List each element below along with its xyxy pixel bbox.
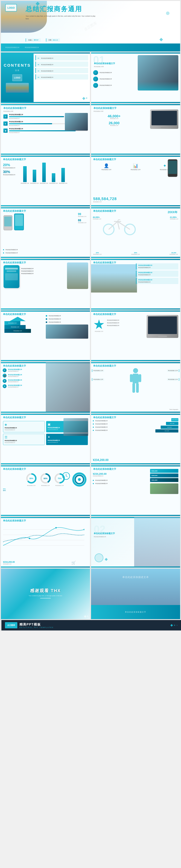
side-image xyxy=(63,418,88,436)
pyramid-shape: 单击此处输入文本 单击此处输入文本 单击此处输入文本 xyxy=(4,317,31,333)
section-02-sub: 单击此处添加描述文本 xyxy=(94,536,115,538)
icon-block-2: 📊 单击此处输入文本 xyxy=(122,163,149,170)
svg-rect-5 xyxy=(139,374,141,382)
sb-list: ¥421,000 ¥230,600 ¥221,800 xyxy=(150,469,178,482)
train-icon-3: ⚙ xyxy=(3,379,6,383)
big-number-block: 588,584,728 单击此处输入文本 xyxy=(93,196,117,203)
phone-screen xyxy=(168,161,177,174)
info-card-1: 单击此处添加标题文本 单击此处添加描述文本 xyxy=(136,264,178,270)
infographic-label: Total Infographic xyxy=(169,409,178,410)
slide-content: 单击此处添加标题文字 ¥234,200.00 ¥421,000 ¥230,600 xyxy=(91,414,180,464)
slide-cards-layout: 单击此处添加标题文字 ◈ 单击此处添加标题文本 单击此处添加描述文本 ▣ 单击此… xyxy=(1,413,90,464)
section-item-1: → 单击此处添加描述文本 xyxy=(93,70,136,75)
slide-top-bar xyxy=(1,104,90,105)
bg-bridge xyxy=(134,517,180,567)
laptop-screen xyxy=(151,111,177,125)
svg-point-2 xyxy=(133,368,138,373)
card-1: ◈ 单击此处添加标题文本 单击此处添加描述文本 xyxy=(3,421,45,432)
slide-bottom-bar xyxy=(91,154,180,155)
callout-r1: 单击此处输入文本 xyxy=(167,369,179,372)
human-silhouette xyxy=(128,368,143,396)
fl-dot-1 xyxy=(93,480,94,481)
bar-fill-3 xyxy=(42,163,46,182)
slide-content: 单击此处添加标题文字 单击此处添加标题文本 单击此处添加描述文本 单击此处添加标… xyxy=(91,259,180,309)
city-image xyxy=(46,362,90,413)
step-2: ¥421,000 xyxy=(166,422,178,425)
text-block: 单击此处添加描述文本 单击此处添加描述文本 单击此处添加描述文本 xyxy=(107,319,145,327)
slide-bottom-bar xyxy=(1,205,90,206)
section-right-image xyxy=(138,55,178,91)
deco-circ-1 xyxy=(86,97,87,99)
icon-1: → xyxy=(93,70,98,75)
progress-fill-1 xyxy=(9,116,64,117)
final-text: 单击此处添加标题文字 xyxy=(125,611,146,613)
fl-dot-2 xyxy=(93,483,94,484)
contents-item-4: 04 单击此处添加标题文本 xyxy=(35,74,88,80)
slide-bottom-bar xyxy=(91,102,180,103)
bike-svg xyxy=(102,214,137,236)
slide-bottom-bar xyxy=(1,308,90,309)
b-item-1: 单击此处添加描述文本 xyxy=(3,249,88,251)
contents-left-panel: CONTENTS 目录 LOGO xyxy=(1,53,34,103)
progress-fill-2 xyxy=(9,123,52,124)
ty-deco-2 xyxy=(87,616,88,617)
bar-1: 单击此处输入文本 xyxy=(21,166,29,184)
slide-bottom-bar xyxy=(91,566,180,567)
laptop-img xyxy=(147,315,178,338)
ty-main-text: 感谢观看 THX xyxy=(29,588,62,593)
train-icon-4: ◈ xyxy=(3,384,6,388)
slide-stats-numbers: 单击此处添加标题文字 单击此处输入内容 46,000+ 单击此处输入文本 41,… xyxy=(91,104,180,155)
pyr-item-3: 单击此处添加标题文本 xyxy=(46,321,88,323)
footer-deco-2 xyxy=(174,625,175,626)
deco-sq-1 xyxy=(82,97,85,100)
section-02-content: 02 单击此处添加标题文字 单击此处添加描述文本 xyxy=(94,524,115,538)
bullseye-container xyxy=(72,472,86,487)
footer-text-block: 精美PPT模板 BEAUTIFUL PPT TEMPLATES xyxy=(20,622,54,628)
section-item-3: → 单击此处添加描述文本 xyxy=(93,83,136,88)
ll-2: 单击此处添加标题文本 xyxy=(93,423,132,425)
bar-5: 单击此处输入文本 xyxy=(59,168,67,184)
info-list: ✈ 单击此处添加标题文本 单击此处添加描述文本 🚂 单击此处添加标题文本 单击此… xyxy=(3,368,45,390)
slide-contents: CONTENTS 目录 LOGO 01 单击此处添加标题文本 02 单击此处添加… xyxy=(1,52,90,103)
bar-fill-5 xyxy=(61,168,65,182)
deco-ring xyxy=(95,553,103,562)
icon-block-1: 👤 单击此处输入文本 xyxy=(93,163,120,170)
bar-4: 单击此处输入文本 xyxy=(49,173,58,184)
slide-donut-charts: 单击此处添加标题文字 89% 单击此处输入文本 xyxy=(1,465,90,516)
slide-human-infographic: 单击此处添加标题文字 单击此处输入文本 单击此处输入文本 xyxy=(91,362,180,413)
cover-meta-bar: 主题人: 东方ZP 日期: 2021.10 xyxy=(26,38,60,42)
nums-right: 99 单击此处输入文本 88 单击此处输入文本 xyxy=(78,213,86,224)
3d-pyramid: ¥234,200.00 ¥421,000 ¥230,600 ¥221,800 xyxy=(155,418,178,433)
slide-bottom-bar xyxy=(91,257,180,258)
slide-phone-nums: 单击此处添加标题文字 99 单击此处输入文本 88 单击此处输入文本 xyxy=(1,207,90,258)
stepped-boxes: ¥421,000 ¥230,600 ¥221,800 xyxy=(150,469,178,494)
bar-2: 单击此处输入文本 xyxy=(30,170,39,184)
ll-3: 单击此处添加标题文本 xyxy=(93,426,132,428)
deco-diamond-2 xyxy=(159,38,163,41)
slide-content: 单击此处添加标题文字 89% 单击此处输入文本 xyxy=(1,465,90,516)
cover-bottom-bar: 单击此处添加描述文本 单击此处添加描述文本 xyxy=(1,43,180,52)
mock-bar-1 xyxy=(5,268,18,270)
train-content-3: 单击此处添加标题文本 单击此处添加描述文本 xyxy=(8,379,45,383)
train-item-1: ✈ 单击此处添加标题文本 单击此处添加描述文本 xyxy=(3,368,45,372)
fl-1: 单击此处添加标题文本 xyxy=(93,479,132,481)
slide-content: 单击此处添加标题文字 单击此处输入内容 ☰ 单击此处添加标题文本 单击此处添加描… xyxy=(1,104,90,137)
slide-content: 单击此处添加标题文字 ◈ 单击此处添加标题文本 单击此处添加描述文本 ▣ 单击此… xyxy=(1,414,90,464)
svg-rect-3 xyxy=(132,374,139,383)
slide-bottom-bar xyxy=(91,463,180,464)
icons-row: 👤 单击此处输入文本 📊 单击此处输入文本 ✦ 单击此处输入文本 xyxy=(93,163,178,170)
svg-point-20 xyxy=(66,476,66,476)
sb-3: ¥221,800 xyxy=(150,478,178,482)
ph-screen-1 xyxy=(4,217,11,226)
slide-bottom-bar xyxy=(91,205,180,206)
contents-subtitle: 目录 xyxy=(15,69,20,72)
svg-point-25 xyxy=(29,538,30,539)
icon-sq-2: ◈ xyxy=(3,121,8,126)
svg-text:89%: 89% xyxy=(29,477,33,479)
financial-list: 单击此处添加标题文本 单击此处添加标题文本 xyxy=(93,479,132,486)
ll-dot-1 xyxy=(93,420,94,421)
slide-bottom-bar xyxy=(91,308,180,309)
slide-bar-chart: 单击此处添加标题文字 20% 单击此处添加描述文本 30% 单击此处添加描述文本 xyxy=(1,156,90,207)
slide-icons-nums: 单击此处添加标题文字 👤 单击此处输入文本 📊 单击此处输入文本 ✦ 单击此处输… xyxy=(91,156,180,207)
slide-heading: 单击此处添加标题文字 xyxy=(3,519,88,523)
